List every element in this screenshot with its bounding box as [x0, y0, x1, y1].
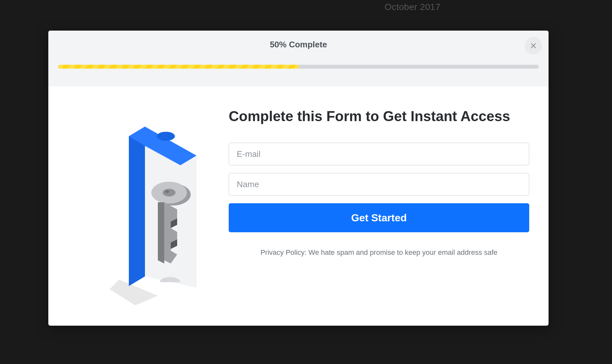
modal-header: 50% Complete [48, 31, 549, 86]
illustration-column [48, 86, 229, 326]
signup-modal: 50% Complete [48, 31, 549, 326]
form-column: Complete this Form to Get Instant Access… [229, 86, 549, 326]
svg-point-13 [165, 190, 169, 193]
progress-bar [58, 65, 539, 69]
svg-marker-15 [158, 202, 164, 263]
svg-marker-3 [129, 127, 145, 286]
key-ticket-icon [110, 106, 222, 305]
close-icon [530, 42, 537, 49]
progress-bar-fill [58, 65, 299, 69]
modal-body: Complete this Form to Get Instant Access… [48, 86, 549, 326]
get-started-button[interactable]: Get Started [229, 203, 529, 232]
close-button[interactable] [525, 37, 542, 54]
svg-marker-2 [110, 280, 158, 305]
email-field[interactable] [229, 143, 529, 165]
name-field[interactable] [229, 173, 529, 196]
svg-point-12 [163, 189, 176, 196]
privacy-text: Privacy Policy: We hate spam and promise… [229, 248, 529, 257]
modal-overlay: 50% Complete [0, 0, 612, 364]
progress-label: 50% Complete [270, 40, 327, 50]
svg-point-9 [157, 132, 175, 141]
form-title: Complete this Form to Get Instant Access [229, 107, 529, 125]
